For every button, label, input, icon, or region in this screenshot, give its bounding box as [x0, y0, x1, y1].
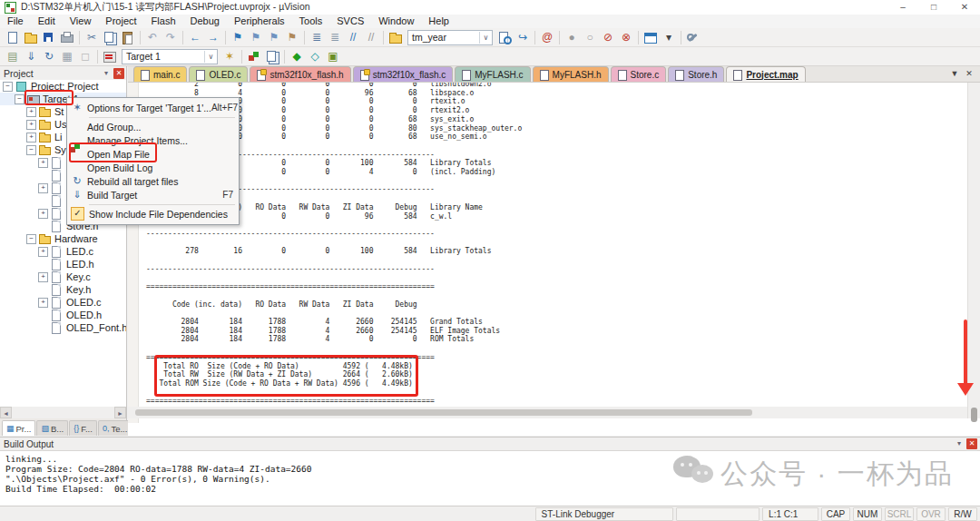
hscroll-thumb[interactable] — [135, 409, 752, 416]
panel-close-icon[interactable]: ✕ — [113, 68, 124, 79]
load-flash-icon[interactable] — [102, 49, 118, 64]
tree-expand-toggle[interactable]: − — [15, 94, 24, 104]
target-select[interactable]: Target 1∨ — [122, 49, 218, 64]
stop-build-icon[interactable]: ◻ — [77, 49, 93, 64]
config-diamond-icon[interactable]: ◇ — [307, 49, 323, 64]
tab-stm32f10x-flash-h[interactable]: stm32f10x_flash.h — [250, 66, 350, 82]
file-groups-icon[interactable] — [264, 49, 280, 64]
tree-expand-toggle[interactable]: − — [3, 82, 13, 92]
bookmark-prev-icon[interactable]: ⚑ — [248, 30, 264, 45]
tab-store-c[interactable]: Store.c — [611, 66, 667, 82]
bookmark-clear-icon[interactable]: ⚑ — [284, 30, 300, 45]
nav-forward-icon[interactable]: → — [205, 30, 221, 45]
context-menu-item-rebuild-all-target-files[interactable]: ↻Rebuild all target files — [67, 174, 239, 188]
pack-installer-icon[interactable]: ▣ — [325, 49, 341, 64]
magic-wand-icon[interactable]: ✶ — [221, 49, 238, 64]
scroll-right-icon[interactable]: ► — [114, 407, 126, 418]
tree-item-oled-font-h[interactable]: OLED_Font.h — [0, 321, 126, 334]
context-menu-item-manage-project-items[interactable]: Manage Project Items... — [67, 133, 239, 147]
breakpoint-circle-icon[interactable]: ○ — [582, 30, 598, 45]
window-layout-icon[interactable] — [642, 30, 659, 45]
tab-close-icon[interactable]: ✕ — [962, 69, 976, 78]
comment-icon[interactable]: // — [345, 30, 361, 45]
pin-icon[interactable]: ▾ — [954, 438, 965, 449]
build-output-close-icon[interactable]: ✕ — [966, 438, 977, 449]
manage-items-icon[interactable] — [246, 49, 262, 64]
pin-icon[interactable]: ▾ — [101, 68, 112, 79]
save-file-icon[interactable] — [41, 30, 57, 45]
cut-icon[interactable]: ✂ — [83, 30, 100, 45]
tab-stm32f10x-flash-c[interactable]: stm32f10x_flash.c — [353, 66, 454, 82]
menu-project[interactable]: Project — [98, 15, 143, 28]
tools-wrench-icon[interactable] — [685, 30, 701, 45]
tree-item-oled-c[interactable]: +OLED.c — [0, 296, 126, 309]
build-diamond-icon[interactable]: ◆ — [289, 49, 305, 64]
panel-tab-b[interactable]: ▧B... — [36, 420, 68, 436]
nav-back-icon[interactable]: ← — [187, 30, 203, 45]
menu-debug[interactable]: Debug — [183, 15, 227, 28]
tree-expand-toggle[interactable]: − — [26, 234, 36, 244]
tree-expand-toggle[interactable]: + — [38, 272, 48, 282]
paste-icon[interactable] — [120, 30, 136, 45]
menu-flash[interactable]: Flash — [144, 15, 183, 28]
tree-item-led-c[interactable]: +LED.c — [0, 245, 126, 258]
tab-oled-c[interactable]: OLED.c — [189, 66, 248, 82]
outdent-icon[interactable]: ≣ — [327, 30, 343, 45]
context-menu-item-add-group[interactable]: Add Group... — [67, 120, 239, 133]
tab-store-h[interactable]: Store.h — [668, 66, 724, 82]
find-in-files-icon[interactable] — [496, 30, 513, 45]
rebuild-all-icon[interactable]: ↻ — [41, 49, 57, 64]
panel-tab-f[interactable]: {}F... — [69, 420, 97, 436]
menu-help[interactable]: Help — [421, 15, 456, 28]
build-target-icon[interactable]: ⇓ — [23, 49, 39, 64]
map-file-view[interactable]: 2 0 0 0 0 0 libshutdown2.o 8 4 0 0 96 68… — [128, 83, 980, 423]
chevron-down-icon[interactable]: ∨ — [479, 32, 492, 44]
menu-edit[interactable]: Edit — [31, 15, 63, 28]
restore-button[interactable]: □ — [918, 0, 949, 15]
chevron-down-icon[interactable]: ∨ — [204, 51, 217, 63]
editor-vscrollbar[interactable] — [967, 83, 980, 418]
layout-arrow-icon[interactable]: ▾ — [661, 30, 677, 45]
tab-myflash-c[interactable]: MyFLASH.c — [455, 66, 530, 82]
tab-list-dropdown-icon[interactable]: ▼ — [947, 69, 962, 78]
redo-icon[interactable]: ↷ — [162, 30, 179, 45]
menu-view[interactable]: View — [63, 15, 99, 28]
copy-icon[interactable] — [102, 30, 118, 45]
search-at-icon[interactable]: @ — [539, 30, 555, 45]
tab-main-c[interactable]: main.c — [133, 66, 187, 82]
menu-window[interactable]: Window — [371, 15, 421, 28]
tree-expand-toggle[interactable]: + — [26, 133, 36, 143]
close-button[interactable]: ✕ — [949, 0, 980, 15]
tree-item-hardware[interactable]: −Hardware — [0, 232, 126, 245]
undo-icon[interactable]: ↶ — [144, 30, 161, 45]
project-panel-hscrollbar[interactable]: ◄ ► — [0, 407, 126, 418]
tree-expand-toggle[interactable]: + — [26, 120, 36, 130]
minimize-button[interactable]: – — [887, 0, 918, 15]
menu-tools[interactable]: Tools — [292, 15, 330, 28]
tree-expand-toggle[interactable]: + — [38, 298, 48, 308]
bookmark-icon[interactable]: ⚑ — [230, 30, 246, 45]
breakpoint-disable-all-icon[interactable]: ⊘ — [600, 30, 616, 45]
tree-expand-toggle[interactable]: + — [38, 247, 48, 257]
tree-expand-toggle[interactable]: + — [38, 158, 48, 168]
tree-item-led-h[interactable]: LED.h — [0, 258, 126, 270]
uncomment-icon[interactable]: // — [363, 30, 379, 45]
context-menu-item-open-build-log[interactable]: Open Build Log — [67, 161, 239, 174]
scroll-left-icon[interactable]: ◄ — [0, 407, 12, 418]
scroll-track[interactable] — [12, 407, 114, 418]
context-menu-item-build-target[interactable]: ⇓Build TargetF7 — [67, 188, 239, 202]
vscroll-thumb[interactable] — [971, 408, 977, 422]
batch-build-icon[interactable]: ▦ — [59, 49, 75, 64]
menu-peripherals[interactable]: Peripherals — [227, 15, 292, 28]
context-menu-item-show-include-file-dependencies[interactable]: ✓Show Include File Dependencies — [67, 207, 239, 221]
panel-tab-pr[interactable]: ▦Pr... — [2, 420, 35, 436]
tree-expand-toggle[interactable]: + — [38, 209, 48, 219]
menu-svcs[interactable]: SVCS — [329, 15, 371, 28]
tab-myflash-h[interactable]: MyFLASH.h — [533, 66, 609, 82]
save-all-icon[interactable] — [59, 30, 75, 45]
tree-item-key-h[interactable]: Key.h — [0, 283, 126, 296]
new-file-icon[interactable] — [5, 30, 21, 45]
tree-expand-toggle[interactable]: − — [26, 145, 36, 155]
panel-tab-te[interactable]: 0,Te... — [98, 420, 132, 436]
configure-icon[interactable] — [387, 30, 404, 45]
